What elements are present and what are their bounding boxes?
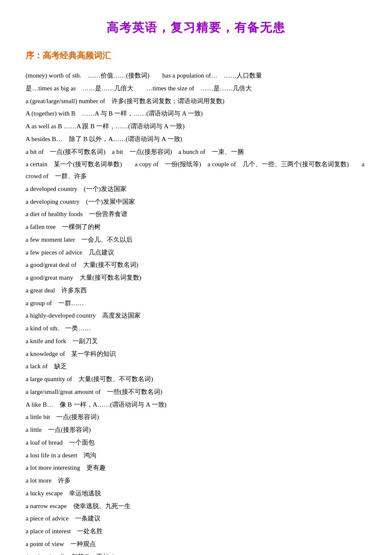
list-item: a developing country (一个)发展中国家 [26, 196, 366, 208]
list-item: a fallen tree 一棵倒了的树 [26, 221, 366, 233]
list-item: a group of 一群…… [26, 298, 366, 309]
list-item: a highly-developed country 高度发达国家 [26, 310, 366, 322]
list-item: a large/small/great amount of 一些(接不可数名词) [26, 386, 366, 398]
list-item: a piece of advice 一条建议 [26, 513, 366, 525]
list-item: a narrow escape 侥幸逃脱、九死一生 [26, 500, 366, 512]
list-item: A (together) with B ……A 与 B 一样，……(谓语动词与 … [26, 108, 366, 120]
list-item: a developed country (一个)发达国家 [26, 183, 366, 195]
main-title: 高考英语，复习精要，有备无患 [26, 17, 366, 38]
list-item: a few moment later 一会儿、不久以后 [26, 234, 366, 246]
list-item: a lost life in a desert 鸿沟 [26, 450, 366, 462]
list-item: a diet of healthy foods 一份营养食谱 [26, 208, 366, 220]
list-item: a few pieces of advice 几点建议 [26, 247, 366, 259]
section-title: 序：高考经典高频词汇 [26, 48, 366, 63]
list-item: a bit of 一点(接不可数名词) a bit 一点(接形容词) a bun… [26, 146, 366, 158]
list-item: a point of view 一种观点 [26, 538, 366, 550]
list-item: a good/great deal of 大量(接不可数名词) [26, 259, 366, 271]
list-item: a knowledge of 某一学科的知识 [26, 348, 366, 360]
list-item: a great deal 许多东西 [26, 285, 366, 297]
list-item: A like B… 像 B 一样，A……(谓语动词与 A 一致) [26, 399, 366, 411]
list-item: 是…times as big as ……是……几倍大 …times the si… [26, 83, 366, 95]
content-area: (money) worth of sth. ……价值……(接数词) has a … [26, 70, 366, 555]
list-item: a (great/large/small) number of 许多(接可数名词… [26, 95, 366, 107]
list-item: a lot more 许多 [26, 475, 366, 487]
list-item: a certain 某一个(接可数名词单数) a copy of 一份(报纸等)… [26, 159, 366, 182]
list-item: a lack of 缺乏 [26, 361, 366, 373]
list-item: a lot more interesting 更有趣 [26, 462, 366, 474]
list-item: A as well as B ……A 跟 B 一样，……(谓语动词与 A 一致) [26, 121, 366, 133]
list-item: A rather than B 与其 B，不如 A [26, 551, 366, 555]
list-item: a kind of sth. 一类…… [26, 323, 366, 335]
list-item: a large quantity of 大量(接可数、不可数名词) [26, 373, 366, 385]
list-item: a lucky escape 幸运地逃脱 [26, 488, 366, 500]
list-item: a little 一点(接形容词) [26, 424, 366, 436]
list-item: (money) worth of sth. ……价值……(接数词) has a … [26, 70, 366, 82]
list-item: a knife and fork 一副刀叉 [26, 335, 366, 347]
list-item: a little bit 一点(接形容词) [26, 411, 366, 423]
list-item: a good/great many 大量(接可数名词复数) [26, 272, 366, 284]
list-item: a place of interest 一处名胜 [26, 526, 366, 538]
list-item: a loaf of bread 一个面包 [26, 437, 366, 449]
list-item: A besides B… 除了 B 以外，A……(谓语动词与 A 一致) [26, 133, 366, 145]
